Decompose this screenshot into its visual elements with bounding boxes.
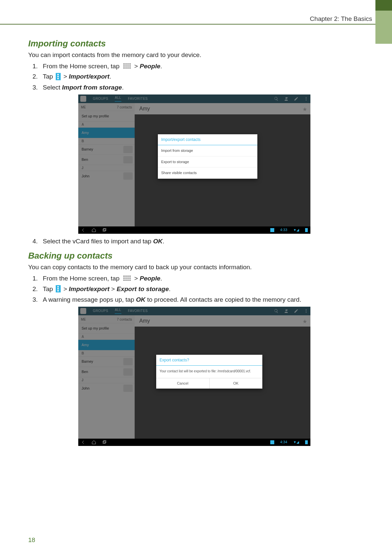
recents-icon[interactable] [102,228,107,232]
home-icon[interactable] [92,440,96,445]
back-icon[interactable] [81,440,86,445]
header-rule [0,24,375,25]
backing-step-1: From the Home screen, tap > People. [39,274,360,283]
section-importing-intro: You can import contacts from the memory … [28,51,360,59]
dialog-cancel-button[interactable]: Cancel [156,378,209,389]
dialog-ok-button[interactable]: OK [209,378,263,389]
home-icon[interactable] [92,228,96,232]
signal-icon: ▼◢ [293,228,299,232]
popup-share-visible[interactable]: Share visible contacts [158,167,257,179]
dialog-title: Export contacts? [156,355,262,366]
notification-icon[interactable] [270,440,274,444]
svg-rect-3 [103,229,105,231]
screenshot-import: GROUPS ALL FAVORITES ME7 contacts Set up… [78,94,310,234]
importing-step-1: From the Home screen, tap > People. [39,62,360,71]
chapter-title: Chapter 2: The Basics [310,15,372,23]
status-time: 4:34 [280,440,287,445]
overflow-icon [56,73,61,80]
importing-step-3: Select Import from storage. [39,83,360,92]
page-content: Importing contacts You can import contac… [28,33,360,449]
section-backing-intro: You can copy contacts to the memory card… [28,263,360,272]
signal-icon: ▼◢ [293,440,299,445]
popup-import-from-storage[interactable]: Import from storage [158,145,257,156]
system-navbar: 4:33 ▼◢ [78,226,310,234]
backing-steps: From the Home screen, tap > People. Tap … [28,274,360,304]
popup-export-to-storage[interactable]: Export to storage [158,156,257,168]
back-icon[interactable] [81,228,86,232]
svg-rect-8 [103,441,105,443]
notification-icon[interactable] [270,228,274,232]
recents-icon[interactable] [102,440,107,445]
importing-steps-cont: Select the vCard files to import and tap… [28,237,360,246]
apps-icon [123,276,131,281]
importing-step-2: Tap > Import/export. [39,72,360,81]
battery-icon [305,228,308,232]
export-dialog: Export contacts? Your contact list will … [156,355,262,389]
backing-step-2: Tap > Import/export > Export to storage. [39,285,360,293]
screenshot-export: GROUPS ALL FAVORITES ME7 contacts Set up… [78,307,310,446]
popup-title: Import/export contacts [158,134,257,145]
importing-steps: From the Home screen, tap > People. Tap … [28,62,360,92]
system-navbar: 4:34 ▼◢ [78,439,310,446]
backing-step-3: A warning message pops up, tap OK to pro… [39,295,360,304]
importing-step-4: Select the vCard files to import and tap… [39,237,360,246]
corner-tab-light [375,11,392,44]
import-export-popup: Import/export contacts Import from stora… [158,134,257,179]
section-backing-title: Backing up contacts [28,250,360,262]
svg-rect-4 [104,228,106,230]
svg-rect-9 [104,440,106,443]
overflow-icon [56,285,61,292]
battery-icon [305,440,308,444]
dialog-message: Your contact list will be exported to fi… [156,366,262,378]
apps-icon [123,63,131,69]
section-importing-title: Importing contacts [28,38,360,49]
status-time: 4:33 [280,227,287,232]
page-number: 18 [28,536,35,544]
corner-tab-dark [375,0,392,11]
